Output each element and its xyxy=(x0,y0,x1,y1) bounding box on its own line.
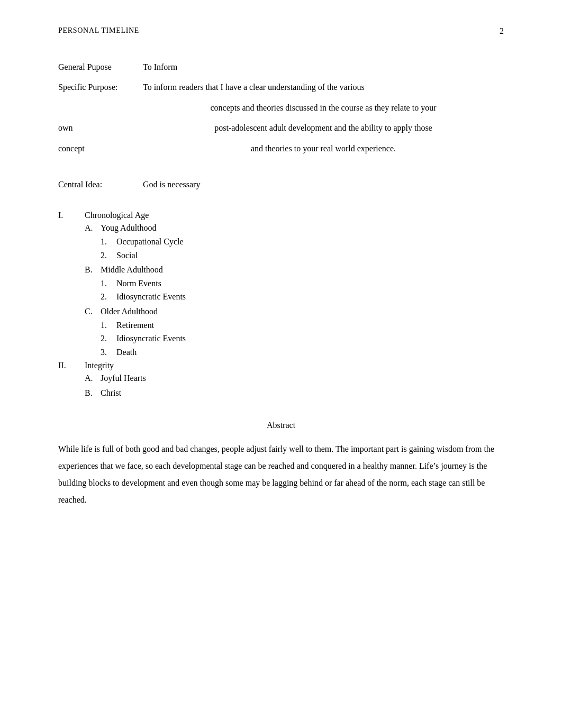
continuation-label-own: own xyxy=(58,118,143,138)
outline-letter-c: C. xyxy=(85,305,101,319)
continuation-row-3: concept and theories to your real world … xyxy=(58,139,504,159)
continuation-label-1 xyxy=(58,98,143,118)
outline-item-II: II. Integrity A. Joyful Hearts B. Christ xyxy=(58,361,504,399)
fields-section: General Pupose To Inform Specific Purpos… xyxy=(58,57,504,159)
continuation-label-concept: concept xyxy=(58,139,143,159)
outline-numeral-I: I. xyxy=(58,211,85,359)
document-title: PERSONAL TIMELINE xyxy=(58,26,139,35)
outline-sub-a-header: A. Youg Adulthood xyxy=(85,221,504,235)
outline-letter-b: B. xyxy=(85,263,101,277)
outline-a-item-1: 1. Occupational Cycle xyxy=(101,235,504,249)
outline-item-I: I. Chronological Age A. Youg Adulthood 1… xyxy=(58,211,504,359)
outline-title-integrity: Integrity xyxy=(85,361,504,370)
outline-b-items: 1. Norm Events 2. Idiosyncratic Events xyxy=(101,277,504,304)
continuation-row-1: concepts and theories discussed in the c… xyxy=(58,98,504,118)
continuation-value-2: post-adolescent adult development and th… xyxy=(143,118,504,138)
outline-section: I. Chronological Age A. Youg Adulthood 1… xyxy=(58,211,504,399)
outline-a-items: 1. Occupational Cycle 2. Social xyxy=(101,235,504,262)
outline-content-II: Integrity A. Joyful Hearts B. Christ xyxy=(85,361,504,399)
outline-c-item-3: 3. Death xyxy=(101,345,504,359)
outline-ii-sub-b-header: B. Christ xyxy=(85,386,504,400)
specific-purpose-label: Specific Purpose: xyxy=(58,77,143,97)
outline-sub-c: C. Older Adulthood 1. Retirement 2. Idio… xyxy=(85,305,504,359)
outline-ii-sub-b: B. Christ xyxy=(85,386,504,400)
outline-c-item-1-num: 1. xyxy=(101,319,116,332)
outline-title-chronological: Chronological Age xyxy=(85,211,504,220)
outline-sub-a-title: Youg Adulthood xyxy=(101,221,504,235)
outline-b-item-2-num: 2. xyxy=(101,290,116,304)
abstract-body: While life is full of both good and bad … xyxy=(58,441,504,508)
page: PERSONAL TIMELINE 2 General Pupose To In… xyxy=(0,0,562,728)
outline-letter-a: A. xyxy=(85,221,101,235)
outline-c-item-1: 1. Retirement xyxy=(101,319,504,332)
outline-c-item-1-text: Retirement xyxy=(116,319,154,332)
continuation-value-1: concepts and theories discussed in the c… xyxy=(143,98,504,118)
central-idea-row: Central Idea: God is necessary xyxy=(58,175,504,195)
page-number: 2 xyxy=(500,26,504,36)
abstract-text: While life is full of both good and bad … xyxy=(58,441,504,508)
outline-ii-letter-b: B. xyxy=(85,386,101,400)
outline-b-item-2: 2. Idiosyncratic Events xyxy=(101,290,504,304)
outline-c-items: 1. Retirement 2. Idiosyncratic Events 3.… xyxy=(101,319,504,359)
outline-content-I: Chronological Age A. Youg Adulthood 1. O… xyxy=(85,211,504,359)
general-purpose-label: General Pupose xyxy=(58,57,143,77)
outline-sub-b: B. Middle Adulthood 1. Norm Events 2. Id… xyxy=(85,263,504,304)
outline-ii-sub-a: A. Joyful Hearts xyxy=(85,371,504,385)
outline-ii-sub-b-title: Christ xyxy=(101,386,504,400)
outline-sub-b-title: Middle Adulthood xyxy=(101,263,504,277)
continuation-value-3: and theories to your real world experien… xyxy=(143,139,504,159)
specific-purpose-line1: To inform readers that I have a clear un… xyxy=(143,77,504,97)
outline-b-item-1-text: Norm Events xyxy=(116,277,161,290)
outline-numeral-II: II. xyxy=(58,361,85,399)
outline-c-item-3-num: 3. xyxy=(101,345,116,359)
outline-ii-sub-a-header: A. Joyful Hearts xyxy=(85,371,504,385)
outline-a-item-1-num: 1. xyxy=(101,235,116,249)
specific-purpose-row: Specific Purpose: To inform readers that… xyxy=(58,77,504,97)
outline-c-item-3-text: Death xyxy=(116,345,137,359)
page-header: PERSONAL TIMELINE 2 xyxy=(58,26,504,36)
outline-sub-a: A. Youg Adulthood 1. Occupational Cycle … xyxy=(85,221,504,262)
outline-sub-b-header: B. Middle Adulthood xyxy=(85,263,504,277)
abstract-title: Abstract xyxy=(58,421,504,430)
central-idea-section: Central Idea: God is necessary xyxy=(58,175,504,195)
abstract-section: Abstract While life is full of both good… xyxy=(58,421,504,508)
outline-c-item-2-text: Idiosyncratic Events xyxy=(116,332,186,345)
outline-c-item-2-num: 2. xyxy=(101,332,116,345)
outline-b-item-1-num: 1. xyxy=(101,277,116,290)
outline-a-item-1-text: Occupational Cycle xyxy=(116,235,184,249)
continuation-row-2: own post-adolescent adult development an… xyxy=(58,118,504,138)
general-purpose-value: To Inform xyxy=(143,57,504,77)
outline-a-item-2-num: 2. xyxy=(101,249,116,262)
outline-b-item-2-text: Idiosyncratic Events xyxy=(116,290,186,304)
outline-ii-letter-a: A. xyxy=(85,371,101,385)
outline-ii-sub-a-title: Joyful Hearts xyxy=(101,371,504,385)
outline-a-item-2: 2. Social xyxy=(101,249,504,262)
outline-b-item-1: 1. Norm Events xyxy=(101,277,504,290)
outline-c-item-2: 2. Idiosyncratic Events xyxy=(101,332,504,345)
outline-sub-c-title: Older Adulthood xyxy=(101,305,504,319)
outline-a-item-2-text: Social xyxy=(116,249,138,262)
central-idea-value: God is necessary xyxy=(143,175,200,195)
outline-sub-c-header: C. Older Adulthood xyxy=(85,305,504,319)
general-purpose-row: General Pupose To Inform xyxy=(58,57,504,77)
central-idea-label: Central Idea: xyxy=(58,175,143,195)
